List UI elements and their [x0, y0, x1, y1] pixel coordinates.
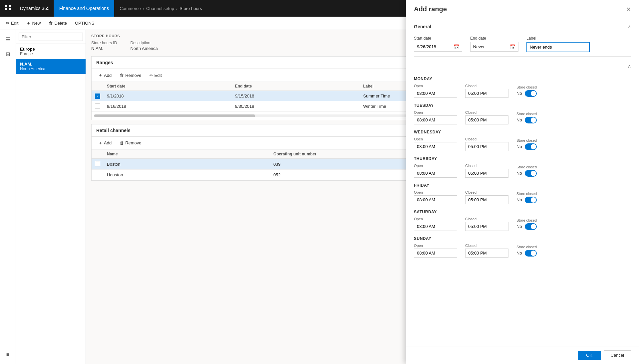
row-checkbox[interactable] [95, 161, 100, 166]
thursday-store-closed-group: Store closed No [516, 165, 537, 177]
options-button[interactable]: OPTIONS [72, 19, 98, 27]
dialog-title: Add range [414, 5, 447, 13]
end-date-input[interactable] [471, 42, 507, 51]
row-checkbox[interactable]: ✓ [95, 93, 100, 99]
ok-button[interactable]: OK [578, 351, 601, 360]
thursday-title: THURSDAY [414, 156, 631, 161]
general-section-title: General [414, 24, 431, 29]
day-collapse-button[interactable]: ∧ [628, 63, 631, 69]
thursday-toggle[interactable] [525, 170, 537, 177]
tuesday-open-input[interactable] [414, 115, 457, 124]
friday-open-input[interactable] [414, 195, 457, 204]
ranges-edit-button[interactable]: ✏ Edit [147, 72, 164, 79]
channel-name: Houston [104, 169, 270, 180]
tuesday-closed-input[interactable] [465, 115, 508, 124]
ranges-enddate-header: End date [232, 82, 360, 91]
sunday-closed-field: Closed [465, 244, 508, 258]
chevron-up-icon: ∧ [628, 63, 631, 69]
sidebar-filter-input[interactable] [19, 33, 83, 41]
calendar-icon[interactable]: 📅 [507, 43, 518, 51]
channels-check-header [92, 150, 104, 159]
sunday-section: SUNDAY Open Closed Store closed No [414, 236, 631, 258]
sunday-toggle[interactable] [525, 250, 537, 257]
monday-toggle[interactable] [525, 90, 537, 97]
label-input[interactable] [526, 42, 590, 52]
grid-menu-button[interactable]: ​ [0, 0, 16, 17]
wednesday-row: Open Closed Store closed No [414, 137, 631, 151]
filter-icon: ⊟ [6, 51, 10, 57]
row-startdate: 9/1/2018 [104, 91, 232, 101]
svg-rect-1 [9, 5, 11, 7]
menu-icon-btn[interactable]: ☰ [1, 33, 15, 46]
list-icon: ≡ [6, 352, 9, 358]
sidebar-item-europe[interactable]: Europe Europe [16, 44, 86, 59]
start-date-input[interactable] [414, 42, 451, 51]
label-field: Label [526, 36, 590, 52]
icon-bar: ☰ ⊟ ≡ [0, 30, 16, 364]
friday-closed-field: Closed [465, 190, 508, 204]
saturday-open-input[interactable] [414, 222, 457, 231]
ranges-add-button[interactable]: ＋ Add [96, 71, 114, 80]
saturday-toggle[interactable] [525, 223, 537, 230]
start-date-label: Start date [414, 36, 462, 41]
general-collapse-button[interactable]: ∧ [628, 24, 631, 29]
hamburger-icon: ☰ [6, 36, 10, 43]
thursday-open-input[interactable] [414, 169, 457, 178]
wednesday-title: WEDNESDAY [414, 130, 631, 134]
sunday-row: Open Closed Store closed No [414, 244, 631, 258]
ranges-startdate-header: Start date [104, 82, 232, 91]
sunday-closed-input[interactable] [465, 249, 508, 258]
list-icon-btn[interactable]: ≡ [1, 348, 15, 361]
tuesday-toggle[interactable] [525, 117, 537, 123]
channels-add-button[interactable]: ＋ Add [96, 139, 114, 147]
sidebar-item-nam[interactable]: N.AM. North America [16, 59, 86, 74]
breadcrumb-channel-setup[interactable]: Channel setup [146, 6, 174, 11]
edit-button[interactable]: ✏ Edit [3, 19, 22, 27]
channels-remove-button[interactable]: 🗑 Remove [117, 139, 144, 147]
new-button[interactable]: ＋ New [23, 19, 44, 28]
saturday-closed-input[interactable] [465, 222, 508, 231]
sunday-open-field: Open [414, 244, 457, 258]
tuesday-closed-field: Closed [465, 110, 508, 124]
friday-toggle[interactable] [525, 197, 537, 203]
friday-closed-input[interactable] [465, 195, 508, 204]
monday-closed-input[interactable] [465, 89, 508, 98]
saturday-open-field: Open [414, 217, 457, 231]
label-label: Label [526, 36, 590, 41]
thursday-closed-field: Closed [465, 164, 508, 178]
friday-title: FRIDAY [414, 183, 631, 188]
svg-rect-0 [5, 5, 7, 7]
plus-icon: ＋ [98, 72, 103, 78]
wednesday-open-input[interactable] [414, 142, 457, 151]
cancel-button[interactable]: Cancel [604, 350, 631, 360]
sidebar-filter-wrap [16, 30, 86, 44]
wednesday-closed-input[interactable] [465, 142, 508, 151]
saturday-section: SATURDAY Open Closed Store closed No [414, 210, 631, 231]
dialog-close-button[interactable]: ✕ [626, 6, 631, 13]
row-checkbox[interactable] [95, 172, 100, 177]
tuesday-store-closed-group: Store closed No [516, 112, 537, 123]
start-date-input-wrap: 📅 [414, 42, 462, 52]
thursday-closed-input[interactable] [465, 169, 508, 178]
breadcrumb-store-hours: Store hours [179, 6, 202, 11]
close-icon: ✕ [626, 6, 631, 13]
breadcrumb-commerce[interactable]: Commerce [120, 6, 141, 11]
delete-button[interactable]: 🗑 Delete [45, 19, 70, 27]
monday-closed-field: Closed [465, 84, 508, 98]
saturday-closed-field: Closed [465, 217, 508, 231]
monday-open-input[interactable] [414, 89, 457, 98]
wednesday-toggle[interactable] [525, 143, 537, 150]
sunday-title: SUNDAY [414, 236, 631, 241]
sunday-store-closed-group: Store closed No [516, 245, 537, 257]
friday-row: Open Closed Store closed No [414, 190, 631, 204]
sunday-open-input[interactable] [414, 249, 457, 258]
row-enddate: 9/15/2018 [232, 91, 360, 101]
breadcrumb: Commerce › Channel setup › Store hours [114, 0, 207, 17]
row-checkbox[interactable] [95, 103, 100, 108]
wednesday-open-field: Open [414, 137, 457, 151]
calendar-icon[interactable]: 📅 [451, 43, 462, 51]
ranges-remove-button[interactable]: 🗑 Remove [117, 72, 144, 79]
thursday-row: Open Closed Store closed No [414, 164, 631, 178]
filter-icon-btn[interactable]: ⊟ [1, 47, 15, 61]
channels-name-header: Name [104, 150, 270, 159]
